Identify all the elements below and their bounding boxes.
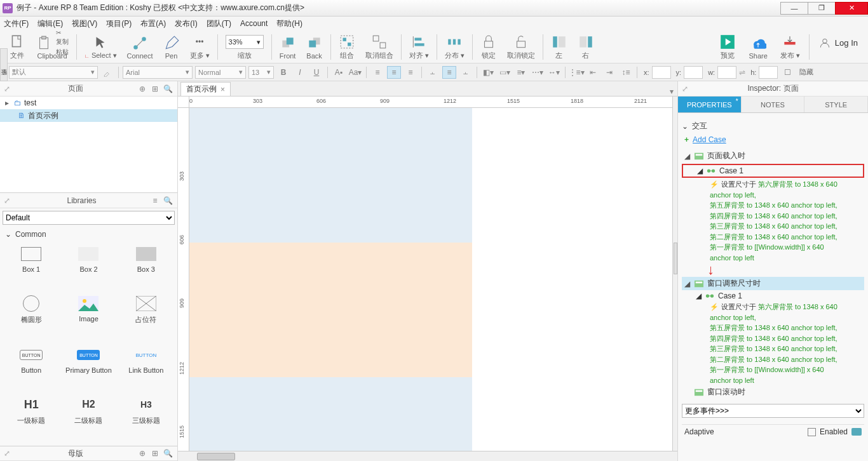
minimize-button[interactable]: — bbox=[780, 2, 808, 15]
pin-icon[interactable]: ⤢ bbox=[4, 84, 13, 93]
case1-onresize[interactable]: ◢ Case 1 bbox=[682, 290, 864, 302]
tb-ungroup[interactable]: 取消组合 bbox=[360, 30, 398, 63]
valign-top-button[interactable]: ⫠ bbox=[426, 66, 440, 79]
pin-icon[interactable]: ⤢ bbox=[4, 196, 13, 205]
menu-file[interactable]: 文件(F) bbox=[4, 18, 29, 29]
pin-icon[interactable]: ⤢ bbox=[4, 449, 13, 458]
font-select[interactable]: Arial▾ bbox=[123, 66, 193, 79]
menu-publish[interactable]: 发布(I) bbox=[175, 18, 197, 29]
more-text-button[interactable]: Aa▾ bbox=[348, 66, 362, 79]
line-width-button[interactable]: ≡▾ bbox=[514, 66, 528, 79]
left-vertical-tab[interactable]: 选项 bbox=[0, 48, 8, 81]
italic-button[interactable]: I bbox=[293, 66, 307, 79]
menu-project[interactable]: 项目(P) bbox=[106, 18, 132, 29]
menu-arrange[interactable]: 布置(A) bbox=[140, 18, 166, 29]
valign-bot-button[interactable]: ⫠ bbox=[459, 66, 473, 79]
more-events-select[interactable]: 更多事件>>> bbox=[682, 404, 864, 418]
lib-image[interactable]: Image bbox=[61, 295, 116, 341]
add-page-icon[interactable]: ⊕ bbox=[137, 83, 148, 95]
tb-clipboard[interactable]: ✂ 复制 粘贴 Clipboard bbox=[31, 30, 74, 63]
search-masters-icon[interactable]: 🔍 bbox=[162, 448, 173, 459]
lib-button[interactable]: BUTTONButton bbox=[4, 346, 58, 391]
tab-properties[interactable]: PROPERTIES* bbox=[678, 97, 742, 112]
adaptive-icon[interactable] bbox=[851, 428, 862, 436]
zoom-input[interactable]: 33%▾ bbox=[226, 35, 264, 49]
action-onload[interactable]: ⚡设置尺寸于 第六屏背景 to 1348 x 640 anchor top le… bbox=[710, 179, 864, 263]
lib-box3[interactable]: Box 3 bbox=[119, 245, 173, 290]
tab-notes[interactable]: NOTES bbox=[742, 97, 805, 112]
weight-select[interactable]: Normal▾ bbox=[195, 66, 246, 79]
eyedropper-icon[interactable] bbox=[100, 66, 114, 79]
menu-team[interactable]: 团队(T) bbox=[207, 18, 231, 29]
lib-primary-button[interactable]: BUTTONPrimary Button bbox=[61, 346, 116, 391]
tb-pen[interactable]: Pen bbox=[158, 30, 185, 63]
search-pages-icon[interactable]: 🔍 bbox=[162, 83, 173, 95]
tree-page-home[interactable]: 🗎 首页示例 bbox=[0, 109, 177, 122]
bold-button[interactable]: B bbox=[276, 66, 290, 79]
canvas[interactable] bbox=[189, 108, 677, 451]
tb-more[interactable]: ••• 更多 ▾ bbox=[185, 30, 215, 63]
canvas-splitter[interactable] bbox=[672, 97, 677, 461]
tb-group[interactable]: 组合 bbox=[334, 30, 360, 63]
lib-box2[interactable]: Box 2 bbox=[61, 245, 116, 290]
bullets-button[interactable]: ⋮≡▾ bbox=[569, 66, 583, 79]
copy-label[interactable]: 复制 bbox=[56, 37, 69, 46]
tb-align[interactable]: 对齐 ▾ bbox=[404, 30, 434, 63]
action-onresize[interactable]: ⚡设置尺寸于 第六屏背景 to 1348 x 640 anchor top le… bbox=[710, 302, 864, 385]
enabled-checkbox[interactable] bbox=[808, 428, 816, 436]
font-color-button[interactable]: A▪ bbox=[332, 66, 346, 79]
canvas-band-2[interactable] bbox=[189, 243, 472, 377]
case1-onload[interactable]: ◢ Case 1 bbox=[682, 164, 864, 178]
canvas-band-1[interactable] bbox=[189, 108, 472, 243]
tb-front[interactable]: Front bbox=[275, 30, 301, 63]
tb-file[interactable]: 文件 bbox=[4, 30, 31, 63]
event-onscroll[interactable]: ◢ 窗口滚动时 bbox=[682, 385, 864, 399]
tb-login[interactable]: Log In bbox=[812, 30, 864, 63]
tb-distribute[interactable]: 分布 ▾ bbox=[440, 30, 470, 63]
line-style-button[interactable]: ⋯▾ bbox=[531, 66, 545, 79]
w-input[interactable] bbox=[717, 66, 736, 79]
indent-button[interactable]: ⇥ bbox=[602, 66, 616, 79]
menu-view[interactable]: 视图(V) bbox=[72, 18, 97, 29]
align-left-button[interactable]: ≡ bbox=[370, 66, 384, 79]
outdent-button[interactable]: ⇤ bbox=[586, 66, 600, 79]
canvas-band-3[interactable] bbox=[189, 377, 472, 451]
tb-lock[interactable]: 锁定 bbox=[475, 30, 502, 63]
canvas-hscroll[interactable] bbox=[178, 451, 677, 461]
arrow-button[interactable]: ↔▾ bbox=[547, 66, 561, 79]
lib-menu-icon[interactable]: ≡ bbox=[149, 195, 161, 206]
menu-help[interactable]: 帮助(H) bbox=[276, 18, 302, 29]
style-select[interactable]: 默认▾ bbox=[9, 66, 98, 79]
tb-select[interactable]: ∟ Select ▾ bbox=[79, 30, 122, 63]
tb-back[interactable]: Back bbox=[301, 30, 328, 63]
event-onresize[interactable]: ◢ 窗口调整尺寸时 bbox=[682, 277, 864, 290]
underline-button[interactable]: U bbox=[309, 66, 323, 79]
tb-preview[interactable]: 预览 bbox=[713, 30, 742, 63]
tab-style[interactable]: STYLE bbox=[804, 97, 868, 112]
lib-h1[interactable]: H1一级标题 bbox=[4, 396, 58, 442]
add-master-folder-icon[interactable]: ⊞ bbox=[149, 448, 161, 459]
lib-placeholder[interactable]: 占位符 bbox=[119, 295, 173, 341]
add-case-link[interactable]: + Add Case bbox=[684, 135, 864, 144]
align-center-button[interactable]: ≡ bbox=[387, 66, 401, 79]
lib-link-button[interactable]: BUTTONLink Button bbox=[119, 346, 173, 391]
tb-zoom[interactable]: 33%▾ 缩放 bbox=[220, 30, 269, 63]
event-onload[interactable]: ◢ 页面载入时 bbox=[682, 149, 864, 163]
tb-share[interactable]: Share bbox=[742, 30, 773, 63]
y-input[interactable] bbox=[684, 66, 703, 79]
tb-right[interactable]: 右 bbox=[573, 30, 599, 63]
lib-h3[interactable]: H3三级标题 bbox=[119, 396, 173, 442]
section-interactions[interactable]: ⌄交互 bbox=[682, 121, 864, 131]
library-select[interactable]: Default bbox=[3, 211, 175, 225]
tb-left[interactable]: 左 bbox=[546, 30, 573, 63]
valign-mid-button[interactable]: ≡ bbox=[442, 66, 456, 79]
ruler-vertical[interactable]: 303 606 909 1212 1515 bbox=[178, 108, 189, 451]
lib-box1[interactable]: Box 1 bbox=[4, 245, 58, 290]
maximize-button[interactable]: ❐ bbox=[808, 2, 836, 15]
close-tab-icon[interactable]: × bbox=[220, 85, 225, 94]
fill-button[interactable]: ◧▾ bbox=[481, 66, 495, 79]
h-input[interactable] bbox=[759, 66, 778, 79]
tree-folder-test[interactable]: ▸ 🗀 test bbox=[0, 97, 177, 109]
lib-h2[interactable]: H2二级标题 bbox=[61, 396, 116, 442]
tabs-dropdown-icon[interactable]: ▾ bbox=[670, 87, 674, 96]
